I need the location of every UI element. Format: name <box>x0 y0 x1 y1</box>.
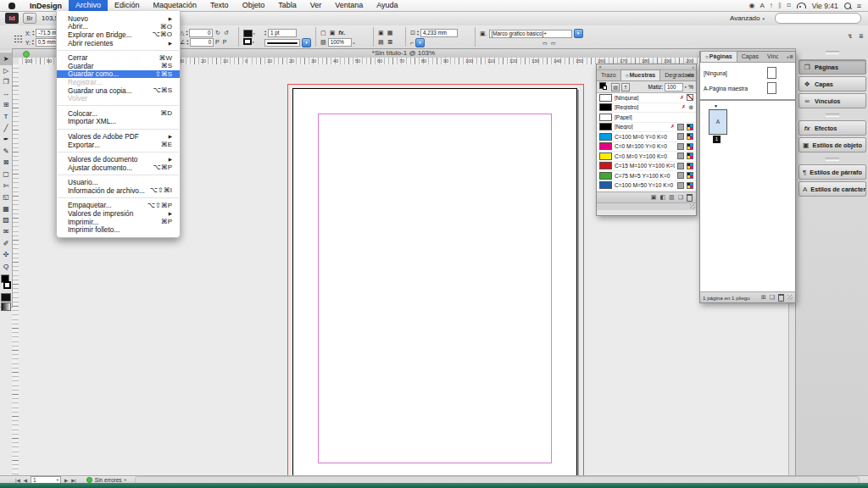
swatch-row[interactable]: C=75 M=5 Y=100 K=0 ✗ ⊕ <box>597 171 696 181</box>
status-icon[interactable]: A <box>760 0 764 11</box>
swatch-row[interactable]: C=100 M=0 Y=0 K=0 ✗ ⊕ <box>597 132 696 142</box>
app-menu[interactable]: InDesign <box>23 2 69 10</box>
status-icon[interactable]: ᛒ <box>778 0 782 11</box>
file-menu-item[interactable]: Empaquetar... ⌥⇧⌘P ▶ <box>57 202 180 210</box>
panel-resize-bar[interactable] <box>597 202 696 210</box>
file-menu-item[interactable]: Valores de Adobe PDF ▶ <box>57 132 180 141</box>
control-panel-menu[interactable]: ≣ <box>859 32 864 41</box>
rotation-field[interactable]: 0 <box>189 29 213 37</box>
file-menu-item[interactable]: Explorar en Bridge... ⌥⌘O ▶ <box>57 30 180 39</box>
menubar-item[interactable]: Texto <box>203 0 236 11</box>
chevron-down-icon[interactable]: ▾ <box>302 38 311 47</box>
edit-page-size-icon[interactable]: ⊞ <box>761 293 766 302</box>
tool-button[interactable]: ❐ <box>0 76 12 88</box>
apply-color-button[interactable] <box>1 293 11 302</box>
file-menu-item[interactable]: Usuario... ▶ <box>57 179 180 187</box>
search-input[interactable] <box>775 13 861 24</box>
tool-button[interactable]: ▷ <box>0 65 12 77</box>
chevron-down-icon[interactable]: ▾ <box>415 38 425 47</box>
show-gradient-swatches-icon[interactable]: ▥ <box>669 193 675 202</box>
menubar-clock[interactable]: Vie 9:41 <box>812 2 838 10</box>
shear-field[interactable]: 0 <box>190 38 214 47</box>
drop-shadow-icon[interactable]: ▢ <box>320 29 326 37</box>
last-page-button[interactable]: ▶| <box>70 478 78 483</box>
file-menu-item[interactable]: Guardar ⌘S ▶ <box>57 62 180 70</box>
notification-center-icon[interactable]: ≡ <box>857 2 861 10</box>
chevron-down-icon[interactable]: ▾ <box>574 29 583 38</box>
page-thumbnail[interactable]: A <box>709 109 727 135</box>
file-menu-item[interactable]: Nuevo ▶ <box>57 14 180 23</box>
file-menu-item[interactable]: Valores de impresión ▶ <box>57 209 180 218</box>
swatch-row[interactable]: [Ninguna] ✗ ⊕ <box>597 93 696 103</box>
file-menu-item[interactable]: Cerrar ⌘W ▶ <box>57 53 180 62</box>
tint-dropdown-icon[interactable]: ▸ <box>685 85 687 89</box>
tool-button[interactable]: ➤ <box>0 53 12 65</box>
delete-swatch-icon[interactable] <box>687 194 693 202</box>
dock-button[interactable]: ¶ Estilos de párrafo <box>798 164 866 180</box>
bridge-button[interactable]: Br <box>23 13 36 24</box>
show-color-swatches-icon[interactable]: ◧ <box>659 193 665 202</box>
tool-button[interactable]: ◱ <box>0 191 12 203</box>
tool-button[interactable]: Q <box>0 261 12 273</box>
status-icon[interactable]: ◉ <box>748 0 754 11</box>
formatting-container-icon[interactable]: ▨ <box>611 83 620 92</box>
tool-button[interactable]: ▢ <box>0 169 12 180</box>
master-page-row[interactable]: [Ninguna] <box>700 65 795 80</box>
file-menu-item[interactable]: Valores de documento ▶ <box>57 155 180 164</box>
page[interactable] <box>292 88 577 476</box>
file-menu-item[interactable]: Exportar... ⌘E ▶ <box>57 141 180 149</box>
new-page-icon[interactable]: ❏ <box>770 293 775 302</box>
file-menu-item[interactable]: Imprimir folleto... ▶ <box>57 225 180 234</box>
swatch-row[interactable]: C=0 M=100 Y=0 K=0 ✗ ⊕ <box>597 142 696 152</box>
tool-button[interactable]: ▦ <box>0 203 12 215</box>
stroke-style-dropdown[interactable]: ▾ <box>264 38 311 47</box>
tool-button[interactable]: ╱ <box>0 123 12 135</box>
swatch-row[interactable]: C=15 M=100 Y=100 K=0 ✗ ⊕ <box>597 162 696 172</box>
apply-gradient-button[interactable] <box>1 302 11 311</box>
swatch-row[interactable]: [Registro] ✗ ⊕ <box>597 103 696 114</box>
spotlight-search-icon[interactable] <box>844 3 851 9</box>
file-menu-item[interactable]: Colocar... ⌘D ▶ <box>57 109 180 118</box>
workspace-switcher[interactable]: Avanzado ▾ <box>730 14 765 22</box>
clear-overrides-icon[interactable]: ▭ <box>542 39 548 47</box>
pages-section[interactable]: ▼ A 1 <box>700 101 795 291</box>
show-all-swatches-icon[interactable]: ▣ <box>651 193 657 202</box>
previous-page-button[interactable]: ◀ <box>22 478 29 483</box>
flip-horizontal-button[interactable]: P <box>215 38 220 47</box>
wrap-skip-icon[interactable]: 〓 <box>387 38 393 47</box>
fill-swatch[interactable] <box>243 30 253 37</box>
panel-menu-icon[interactable]: »≣ <box>787 53 793 59</box>
corner-shape-dropdown[interactable]: ⌐ ▾ <box>410 38 425 47</box>
menubar-item[interactable]: Ayuda <box>370 0 404 11</box>
tool-button[interactable]: ⊠ <box>0 157 12 169</box>
wifi-icon[interactable] <box>797 3 806 8</box>
next-page-button[interactable]: ▶ <box>63 478 70 483</box>
tool-button[interactable]: ✎ <box>0 146 12 158</box>
file-menu-item[interactable]: Información de archivo... ⌥⇧⌘I ▶ <box>57 186 180 195</box>
y-stepper[interactable]: ▴▾ <box>32 39 34 46</box>
dock-button[interactable]: ▣ Estilos de objeto <box>798 137 866 152</box>
file-menu-item[interactable]: Registrar... ▶ <box>57 78 180 86</box>
file-menu-item[interactable]: Guardar como... ⇧⌘S ▶ <box>57 70 180 79</box>
menubar-item[interactable]: Ver <box>303 0 329 11</box>
tool-button[interactable]: ▨ <box>0 214 12 226</box>
break-link-style-icon[interactable]: ▭ <box>551 39 556 47</box>
menubar-item[interactable]: Archivo <box>69 0 108 11</box>
file-menu-item[interactable]: Volver ▶ <box>57 94 180 103</box>
flip-vertical-button[interactable]: P <box>223 38 227 47</box>
panel-tab[interactable]: Capas <box>737 52 763 62</box>
dock-button[interactable]: A Estilos de carácter <box>798 181 866 197</box>
tool-button[interactable]: ✣ <box>0 249 12 261</box>
dock-button[interactable]: fx Efectos <box>798 120 866 136</box>
delete-page-icon[interactable] <box>778 294 784 302</box>
dock-button[interactable]: ❐ Páginas <box>798 59 866 75</box>
stroke-weight-stepper[interactable]: ▴▾ <box>264 30 266 36</box>
apple-menu-icon[interactable] <box>8 3 15 9</box>
fx-menu[interactable]: fx. <box>338 29 345 37</box>
corner-size-field[interactable]: 4,233 mm <box>420 29 458 37</box>
tool-button[interactable]: ✄ <box>0 180 12 192</box>
new-swatch-icon[interactable]: ❏ <box>678 193 683 202</box>
formatting-text-icon[interactable]: T <box>621 83 630 92</box>
file-menu-item[interactable]: Importar XML... ▶ <box>57 118 180 126</box>
swatch-row[interactable]: C=100 M=50 Y=10 K=0 ✗ ⊕ <box>597 181 696 191</box>
